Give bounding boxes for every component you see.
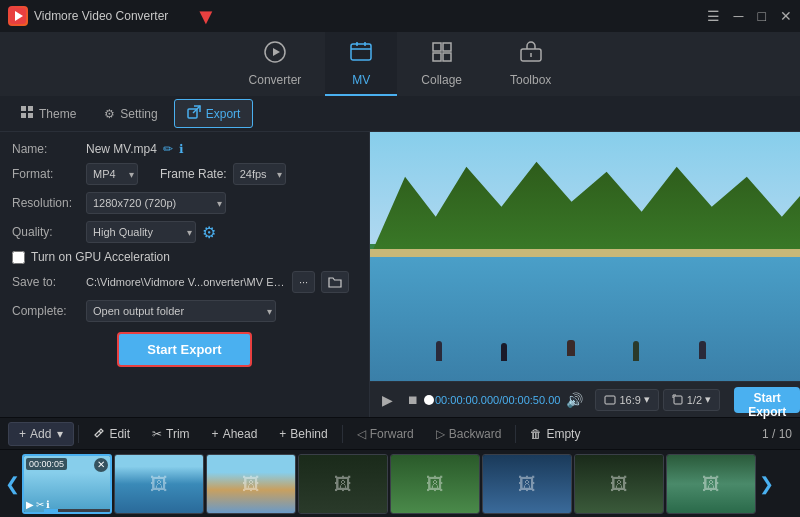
quality-row: Quality: High Quality Medium Quality Low… — [12, 221, 357, 243]
tab-setting-label: Setting — [120, 107, 157, 121]
trash-icon: 🗑 — [530, 427, 542, 441]
svg-rect-15 — [28, 106, 33, 111]
nav-mv-label: MV — [352, 73, 370, 87]
edit-icon — [93, 426, 105, 441]
zoom-btn[interactable]: 1/2 ▾ — [663, 389, 720, 411]
empty-btn[interactable]: 🗑 🗑 Empty Empty — [520, 422, 590, 446]
nav-collage-label: Collage — [421, 73, 462, 87]
timeline-item-3[interactable]: 🖼 — [206, 454, 296, 514]
gpu-checkbox[interactable] — [12, 251, 25, 264]
nav-toolbox-label: Toolbox — [510, 73, 551, 87]
thumb-img-icon-7: 🖼 — [610, 473, 628, 494]
save-to-label: Save to: — [12, 275, 80, 289]
start-export-btn[interactable]: Start Export — [117, 332, 251, 367]
timeline-item-2[interactable]: 🖼 — [114, 454, 204, 514]
timeline-item-5[interactable]: 🖼 — [390, 454, 480, 514]
behind-btn[interactable]: + Behind — [269, 422, 337, 446]
volume-icon[interactable]: 🔊 — [566, 392, 583, 408]
thumb-img-icon-6: 🖼 — [518, 473, 536, 494]
forward-btn[interactable]: ◁ Forward — [347, 422, 424, 446]
svg-rect-11 — [443, 53, 451, 61]
format-select[interactable]: MP4 AVI MOV MKV — [86, 163, 138, 185]
close-btn[interactable]: ✕ — [780, 8, 792, 24]
theme-icon — [20, 105, 34, 122]
maximize-btn[interactable]: □ — [758, 8, 766, 24]
timeline-item-4[interactable]: 🖼 — [298, 454, 388, 514]
bottom-toolbar: + + Add Add ▾ Edit ✂ Trim + Ahead + Behi… — [0, 417, 800, 449]
tab-theme[interactable]: Theme — [8, 100, 88, 127]
edit-btn[interactable]: Edit — [83, 422, 140, 446]
nav-converter[interactable]: Converter — [225, 32, 326, 96]
add-btn[interactable]: + + Add Add ▾ — [8, 422, 74, 446]
video-preview — [370, 132, 800, 381]
separator2 — [342, 425, 343, 443]
resolution-select[interactable]: 1280x720 (720p) 1920x1080 (1080p) 3840x2… — [86, 192, 226, 214]
trim-icon: ✂ — [152, 427, 162, 441]
thumb-close-1[interactable]: ✕ — [94, 458, 108, 472]
start-export-preview-btn[interactable]: Start Export — [734, 387, 800, 413]
behind-icon: + — [279, 427, 286, 441]
zoom-chevron: ▾ — [705, 393, 711, 406]
timeline-item-7[interactable]: 🖼 — [574, 454, 664, 514]
start-export-area: ▶ Start Export — [12, 332, 357, 367]
time-display: 00:00:00.000/00:00:50.00 — [435, 394, 560, 406]
ahead-btn[interactable]: + Ahead — [202, 422, 268, 446]
info-icon[interactable]: ℹ — [179, 142, 184, 156]
nav-collage[interactable]: Collage — [397, 32, 486, 96]
nav-converter-label: Converter — [249, 73, 302, 87]
thumb-img-icon-8: 🖼 — [702, 473, 720, 494]
quality-gear-icon[interactable]: ⚙ — [202, 223, 216, 242]
format-row: Format: MP4 AVI MOV MKV Frame Rate: 24fp… — [12, 163, 357, 185]
stop-btn[interactable]: ⏹ — [403, 391, 423, 409]
timeline-next-btn[interactable]: ❯ — [758, 450, 774, 518]
ahead-icon: + — [212, 427, 219, 441]
mv-icon — [349, 40, 373, 69]
aspect-ratio-chevron: ▾ — [644, 393, 650, 406]
timeline-progress-fill — [44, 509, 58, 512]
complete-row: Complete: Open output folder Do nothing … — [12, 300, 357, 322]
menu-btn[interactable]: ☰ — [707, 8, 720, 24]
svg-rect-8 — [433, 43, 441, 51]
tab-export[interactable]: Export — [174, 99, 254, 128]
browse-dots-btn[interactable]: ··· — [292, 271, 315, 293]
framerate-label: Frame Rate: — [160, 167, 227, 181]
complete-select[interactable]: Open output folder Do nothing Shut down — [86, 300, 276, 322]
app-icon — [8, 6, 28, 26]
tab-setting[interactable]: ⚙ Setting — [92, 102, 169, 126]
timeline-item-8[interactable]: 🖼 — [666, 454, 756, 514]
timeline-prev-btn[interactable]: ❮ — [4, 450, 20, 518]
toolbox-icon — [519, 40, 543, 69]
save-to-row: Save to: C:\Vidmore\Vidmore V...onverter… — [12, 271, 357, 293]
top-nav: Converter MV Col — [0, 32, 800, 96]
timeline-item-1[interactable]: 00:00:05 ✕ ▶ ✂ ℹ — [22, 454, 112, 514]
app-title: Vidmore Video Converter — [34, 9, 168, 23]
name-row: Name: New MV.mp4 ✏ ℹ — [12, 142, 357, 156]
quality-select-wrap: High Quality Medium Quality Low Quality — [86, 221, 196, 243]
page-indicator: 1 / 10 — [762, 427, 792, 441]
separator1 — [78, 425, 79, 443]
trim-btn[interactable]: ✂ Trim — [142, 422, 200, 446]
quality-label: Quality: — [12, 225, 80, 239]
save-path: C:\Vidmore\Vidmore V...onverter\MV Expor… — [86, 276, 286, 288]
svg-rect-4 — [351, 44, 371, 60]
open-folder-btn[interactable] — [321, 271, 349, 293]
controls-bar: ▶ ⏹ 00:00:00.000/00:00:50.00 🔊 16:9 ▾ — [370, 381, 800, 417]
left-panel: Name: New MV.mp4 ✏ ℹ Format: MP4 AVI MOV… — [0, 132, 370, 417]
svg-marker-3 — [273, 48, 280, 56]
quality-select[interactable]: High Quality Medium Quality Low Quality — [86, 221, 196, 243]
complete-label: Complete: — [12, 304, 80, 318]
tab-export-label: Export — [206, 107, 241, 121]
nav-toolbox[interactable]: Toolbox — [486, 32, 575, 96]
aspect-ratio-btn[interactable]: 16:9 ▾ — [595, 389, 658, 411]
framerate-select-wrap: 24fps 25fps 30fps — [233, 163, 286, 185]
play-btn[interactable]: ▶ — [378, 390, 397, 410]
backward-btn[interactable]: ▷ Backward — [426, 422, 512, 446]
nav-mv[interactable]: MV — [325, 32, 397, 96]
edit-icon[interactable]: ✏ — [163, 142, 173, 156]
minimize-btn[interactable]: ─ — [734, 8, 744, 24]
collage-icon — [430, 40, 454, 69]
timeline-item-6[interactable]: 🖼 — [482, 454, 572, 514]
framerate-select[interactable]: 24fps 25fps 30fps — [233, 163, 286, 185]
tab-theme-label: Theme — [39, 107, 76, 121]
resolution-label: Resolution: — [12, 196, 80, 210]
